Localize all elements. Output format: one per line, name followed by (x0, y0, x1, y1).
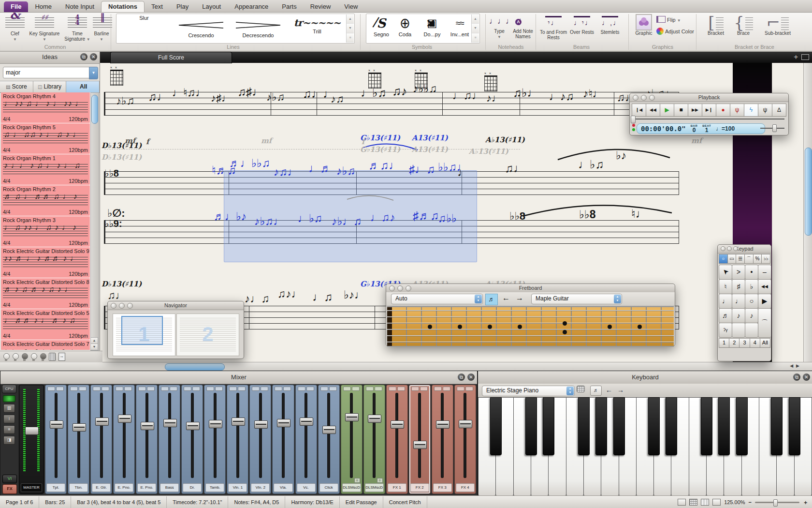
status-segment[interactable]: Bar 3 (4), beat 4 to bar 4 (5), beat 5 (71, 496, 167, 508)
keyboard-close-button[interactable]: ✕ (803, 374, 810, 381)
note-cluster[interactable]: ♭♭8 (579, 209, 596, 220)
note-cluster[interactable]: ♩♫♪ (370, 212, 395, 223)
keypad-key-next[interactable]: ▶ (758, 294, 771, 309)
lines-gallery-scroll[interactable]: ▲▼≡ (346, 15, 354, 43)
output-view-button[interactable]: ◨ (3, 436, 15, 445)
fader-cap[interactable] (345, 413, 359, 421)
black-key[interactable] (525, 397, 537, 455)
mixer-channel-strip[interactable]: FX 1 (386, 385, 408, 494)
solo-button[interactable] (375, 387, 382, 391)
mixer-channel-strip[interactable]: Vla. (272, 385, 294, 494)
mute-button[interactable] (229, 387, 237, 391)
ideas-scrollbar[interactable]: ▲ ▼ (90, 92, 99, 351)
ribbon-tab[interactable]: Review (304, 1, 338, 12)
note-cluster[interactable]: ♩♭♫ (578, 159, 604, 170)
tab-full-score[interactable]: Full Score (110, 52, 232, 63)
vi-button[interactable]: VI (2, 475, 17, 483)
keyboard-detach-button[interactable]: ⧉ (793, 374, 800, 381)
chord-symbol[interactable]: D♭13(♯11) (102, 153, 142, 162)
rewind-button[interactable]: ◀◀ (646, 104, 660, 117)
keypad-key-tie[interactable]: ⌒ (758, 308, 771, 338)
idea-item[interactable]: Rock Electric Guitar Distorted Solo 5 ♩ … (1, 309, 90, 340)
note-cluster[interactable]: ♩♭♫ (361, 87, 386, 99)
idea-item[interactable]: Rock Organ Rhythm 5 ♫ ♩ ♫♫ ♪ ♩ ♫ ♪ ♩ 4/4… (1, 123, 90, 154)
notehead-type-button[interactable]: ♩♩♩ Type▼ (489, 14, 509, 40)
mixer-channel-strip[interactable]: Bass (159, 385, 180, 494)
solo-button[interactable] (329, 387, 337, 391)
mixer-channel-strip[interactable]: DLSMscD ◊ (363, 385, 385, 494)
mixer-channel-strip[interactable]: E. Gtr. (90, 385, 112, 494)
ideas-tab[interactable]: ◫Library (33, 81, 67, 92)
note-cluster[interactable]: ♬♩♭♭♫ (229, 158, 270, 169)
score-horizontal-scrollbar[interactable]: ◀▶ (0, 362, 812, 371)
note-cluster[interactable]: ♫♩ (148, 91, 168, 103)
fader-cap[interactable] (95, 418, 109, 426)
note-cluster[interactable]: ♬♫♩ (368, 160, 400, 171)
clef-button[interactable]: & Clef▼ (4, 14, 26, 42)
screen-fit-icon[interactable] (712, 499, 721, 506)
note-cluster[interactable]: ♫♩♩ (303, 88, 334, 100)
mixer-channel-strip[interactable]: Click (318, 385, 340, 494)
mute-button[interactable] (320, 387, 328, 391)
mixer-channel-strip[interactable]: FX 2 (409, 385, 431, 494)
add-note-names-button[interactable]: ♩A Add Note Names (511, 14, 535, 39)
note-cluster[interactable]: ♫♪ (392, 85, 407, 97)
black-key[interactable] (543, 397, 554, 455)
keypad-key-previous[interactable]: ◀◀ (758, 279, 771, 294)
note-cluster[interactable]: ♪♩ (486, 93, 502, 104)
note-cluster[interactable]: ♫♯♩ (237, 86, 263, 98)
voice-button[interactable]: All (760, 338, 770, 348)
score-vertical-scrollbar-thumb[interactable] (805, 148, 812, 236)
fretboard-instrument-select[interactable]: Maple Guitar▲▼ (531, 294, 622, 304)
mute-button[interactable] (184, 387, 191, 391)
keypad-key-sharp[interactable]: ♯ (732, 279, 745, 294)
fretboard-prev-arrow[interactable]: ← (502, 294, 510, 302)
keypad-key-whole-note[interactable]: ○ (745, 294, 758, 309)
mixer-channel-strip[interactable]: FX 4 (454, 385, 476, 494)
navigator-page-2[interactable]: 2 (176, 314, 239, 356)
live-tempo-button[interactable]: ψ (758, 104, 772, 117)
ideas-tab[interactable]: ▤Score (0, 81, 33, 92)
note-cluster[interactable]: ♪♫ (331, 94, 344, 105)
note-cluster[interactable]: ♫♪♩ (277, 288, 303, 299)
ribbon-tab[interactable]: Layout (195, 1, 228, 12)
note-cluster[interactable]: ♩♭♫ (298, 213, 322, 224)
fretboard-window-controls[interactable] (389, 285, 411, 291)
status-segment[interactable]: Harmony: Db13/E (285, 496, 339, 508)
mute-button[interactable] (93, 387, 101, 391)
mute-button[interactable] (70, 387, 78, 391)
mute-button[interactable] (434, 387, 442, 391)
meter-view-button[interactable]: ▥ (3, 404, 15, 413)
chord-symbol[interactable]: G♭13(♯11) (360, 134, 400, 142)
flip-button[interactable]: Flip ▼ (656, 16, 687, 23)
note-cluster[interactable]: ♯♬♫ (413, 210, 439, 222)
keypad-key-half-note[interactable]: ♩ (732, 294, 745, 309)
chord-symbol[interactable]: A♭13(♯11) (485, 135, 525, 144)
note-cluster[interactable]: ♭♭8 (509, 211, 525, 222)
fader-cap[interactable] (72, 423, 86, 432)
playback-window-controls[interactable] (633, 95, 655, 101)
beams-to-from-rests-button[interactable]: 𝄾♩ To and From Rests (539, 14, 567, 40)
master-strip[interactable]: MASTER (19, 385, 44, 494)
dynamic-marking[interactable]: mf (691, 136, 702, 145)
black-key[interactable] (666, 397, 677, 455)
keypad-key-eighth-note[interactable]: ♪ (732, 308, 745, 323)
record-button[interactable]: ● (716, 104, 730, 117)
fader-cap[interactable] (368, 415, 381, 423)
screen-view-icon[interactable] (801, 54, 809, 60)
note-cluster[interactable]: ♪♮♩ (583, 88, 604, 99)
go-to-start-button[interactable]: ❙◀ (632, 104, 646, 117)
idea-item[interactable]: Rock Electric Guitar Distorted Solo 8 ♬ … (1, 278, 90, 309)
black-key[interactable] (771, 397, 783, 455)
mixer-channel-strip[interactable]: E. Pno. (b) (136, 385, 158, 494)
mute-button[interactable] (47, 387, 55, 391)
solo-button[interactable] (102, 387, 109, 391)
score-vertical-scrollbar[interactable] (803, 63, 812, 362)
symbol-inverted-mordent[interactable]: ≈≈ Inv...ent (447, 15, 473, 37)
note-cluster[interactable]: ♫♭♩ (513, 87, 538, 99)
playback-position-track[interactable] (634, 119, 784, 120)
mute-button[interactable] (206, 387, 214, 391)
fader-view-button[interactable]: ↕ (3, 415, 15, 423)
note-cluster[interactable]: ♪♭♫ (116, 96, 134, 106)
qwerty-mode-button[interactable] (577, 386, 585, 392)
